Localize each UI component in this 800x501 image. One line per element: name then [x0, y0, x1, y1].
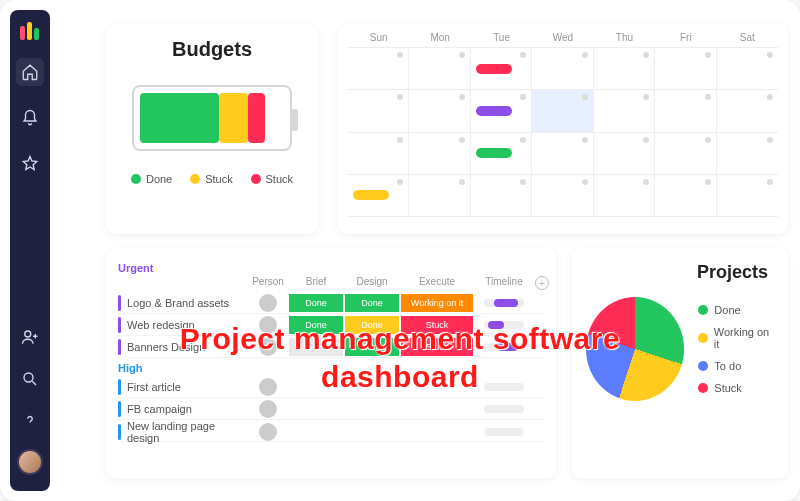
calendar-day-label: Sat — [717, 32, 778, 43]
calendar-cell[interactable] — [409, 133, 470, 175]
calendar-day-label: Wed — [532, 32, 593, 43]
calendar-cell[interactable] — [348, 48, 409, 90]
svg-point-0 — [25, 331, 31, 337]
calendar-cell[interactable] — [594, 90, 655, 132]
search-icon[interactable] — [16, 365, 44, 393]
status-cell[interactable] — [345, 423, 399, 441]
timeline-bar[interactable] — [484, 383, 524, 391]
calendar-cell[interactable] — [717, 90, 778, 132]
add-user-icon[interactable] — [16, 323, 44, 351]
calendar-cell[interactable] — [348, 90, 409, 132]
task-person-avatar[interactable] — [259, 423, 277, 441]
home-icon[interactable] — [16, 58, 44, 86]
calendar-cell[interactable] — [471, 175, 532, 217]
calendar-event-pill[interactable] — [476, 106, 512, 116]
task-row[interactable]: Logo & Brand assetsDoneDoneWorking on it — [118, 292, 544, 314]
status-cell[interactable] — [401, 423, 473, 441]
star-icon[interactable] — [16, 150, 44, 178]
task-row[interactable]: Web redesignDoneDoneStuck — [118, 314, 544, 336]
calendar-cell[interactable] — [409, 175, 470, 217]
task-group-title[interactable]: Urgent — [118, 262, 544, 274]
calendar-cell[interactable] — [409, 48, 470, 90]
legend-item: Done — [698, 304, 774, 316]
legend-dot — [698, 333, 707, 343]
status-cell[interactable] — [289, 378, 343, 396]
legend-label: To do — [714, 360, 741, 372]
projects-card: Projects DoneWorking on itTo doStuck — [572, 248, 788, 478]
calendar-day-label: Tue — [471, 32, 532, 43]
calendar-grid[interactable] — [348, 47, 778, 217]
status-cell[interactable]: Done — [289, 316, 343, 334]
calendar-cell[interactable] — [348, 175, 409, 217]
calendar-cell[interactable] — [594, 133, 655, 175]
status-cell[interactable]: Done — [345, 338, 399, 356]
timeline-bar[interactable] — [484, 321, 524, 329]
svg-point-1 — [24, 373, 33, 382]
calendar-cell[interactable] — [532, 90, 593, 132]
calendar-cell[interactable] — [409, 90, 470, 132]
timeline-bar[interactable] — [484, 299, 524, 307]
calendar-cell[interactable] — [594, 48, 655, 90]
legend-label: Done — [146, 173, 172, 185]
task-row[interactable]: First article — [118, 376, 544, 398]
status-cell[interactable]: Done — [345, 316, 399, 334]
task-row[interactable]: FB campaign — [118, 398, 544, 420]
status-cell[interactable] — [401, 400, 473, 418]
legend-label: Stuck — [714, 382, 742, 394]
status-cell[interactable] — [345, 378, 399, 396]
status-cell[interactable] — [289, 400, 343, 418]
task-group-title[interactable]: High — [118, 362, 544, 374]
calendar-cell[interactable] — [717, 175, 778, 217]
calendar-event-pill[interactable] — [476, 148, 512, 158]
calendar-cell[interactable] — [655, 175, 716, 217]
user-avatar[interactable] — [17, 449, 43, 475]
timeline-bar[interactable] — [484, 343, 524, 351]
calendar-cell[interactable] — [532, 175, 593, 217]
calendar-cell[interactable] — [532, 48, 593, 90]
content-area: Budgets DoneStuckStuck SunMonTueWedThuFr… — [64, 12, 788, 489]
calendar-cell[interactable] — [655, 90, 716, 132]
timeline-bar[interactable] — [484, 428, 524, 436]
app-frame: Budgets DoneStuckStuck SunMonTueWedThuFr… — [0, 0, 800, 501]
calendar-cell[interactable] — [655, 133, 716, 175]
calendar-cell[interactable] — [471, 48, 532, 90]
legend-dot — [190, 174, 200, 184]
calendar-cell[interactable] — [717, 48, 778, 90]
calendar-day-label: Fri — [655, 32, 716, 43]
calendar-cell[interactable] — [471, 133, 532, 175]
task-person-avatar[interactable] — [259, 400, 277, 418]
status-cell[interactable] — [289, 423, 343, 441]
budgets-legend: DoneStuckStuck — [122, 173, 302, 185]
calendar-cell[interactable] — [717, 133, 778, 175]
status-cell[interactable]: Done — [289, 294, 343, 312]
legend-item: Stuck — [698, 382, 774, 394]
calendar-event-pill[interactable] — [476, 64, 512, 74]
calendar-cell[interactable] — [655, 48, 716, 90]
status-cell[interactable]: Stuck — [401, 338, 473, 356]
task-name: First article — [127, 381, 181, 393]
calendar-event-pill[interactable] — [353, 190, 389, 200]
status-cell[interactable]: Done — [345, 294, 399, 312]
calendar-cell[interactable] — [471, 90, 532, 132]
task-person-avatar[interactable] — [259, 378, 277, 396]
task-person-avatar[interactable] — [259, 294, 277, 312]
sidebar — [10, 10, 50, 491]
task-person-avatar[interactable] — [259, 338, 277, 356]
calendar-cell[interactable] — [532, 133, 593, 175]
task-row[interactable]: Banners DesignDoneStuck — [118, 336, 544, 358]
task-row[interactable]: New landing page design — [118, 420, 544, 442]
timeline-bar[interactable] — [484, 405, 524, 413]
status-cell[interactable]: Working on it — [401, 294, 473, 312]
add-column-icon[interactable]: + — [535, 276, 549, 290]
task-person-avatar[interactable] — [259, 316, 277, 334]
calendar-cell[interactable] — [594, 175, 655, 217]
bell-icon[interactable] — [16, 104, 44, 132]
legend-label: Stuck — [205, 173, 233, 185]
status-cell[interactable] — [345, 400, 399, 418]
status-cell[interactable]: Stuck — [401, 316, 473, 334]
status-cell[interactable] — [401, 378, 473, 396]
status-cell[interactable] — [289, 338, 343, 356]
calendar-cell[interactable] — [348, 133, 409, 175]
legend-item: Stuck — [251, 173, 294, 185]
help-icon[interactable] — [16, 407, 44, 435]
